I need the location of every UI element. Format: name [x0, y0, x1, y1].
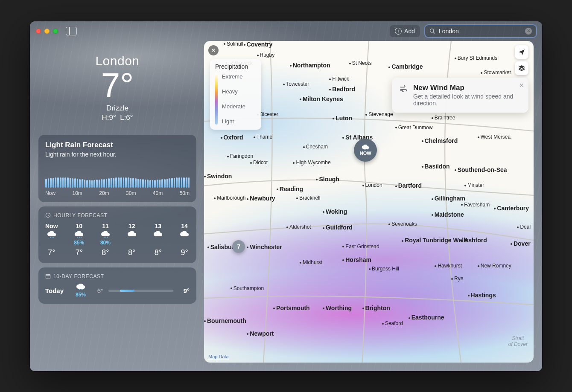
- svg-point-9: [79, 289, 80, 290]
- legend-labels: ExtremeHeavyModerateLight: [222, 73, 245, 125]
- temp-range-bar: [108, 290, 173, 292]
- svg-point-7: [105, 237, 106, 238]
- svg-point-12: [364, 149, 365, 150]
- current-location-pin[interactable]: NOW: [354, 139, 377, 162]
- cloud-rain-icon: [361, 145, 370, 151]
- hourly-forecast-card[interactable]: HOURLY FORECAST Now 7°10 85% 7°11 80% 8°…: [38, 206, 196, 263]
- add-location-button[interactable]: + Add: [390, 25, 420, 37]
- place-label: Rugby: [257, 52, 275, 58]
- place-label: Solihull: [224, 41, 243, 47]
- hour-cell[interactable]: 10 85% 7°: [74, 223, 84, 257]
- weather-window: + Add ✕ London 7° Drizzle H:9° L:6° Ligh: [30, 21, 542, 371]
- place-label: Basildon: [422, 163, 450, 170]
- map-layers-button[interactable]: [515, 61, 528, 75]
- window-close-button[interactable]: [36, 29, 41, 34]
- place-label: Towcester: [283, 81, 309, 87]
- day-low: 6°: [92, 287, 103, 294]
- wind-icon: [399, 84, 408, 107]
- rain-card-subtitle: Light rain for the next hour.: [45, 151, 190, 158]
- place-label: Stevenage: [365, 111, 393, 117]
- place-label: Swindon: [204, 173, 232, 180]
- hour-cell[interactable]: 14 9°: [179, 223, 190, 257]
- place-label: Milton Keynes: [300, 96, 343, 102]
- place-label: Cambridge: [388, 63, 423, 70]
- place-label: Chelmsford: [422, 137, 458, 144]
- place-label: Oxford: [221, 134, 243, 141]
- window-minimize-button[interactable]: [44, 29, 50, 34]
- hour-cell[interactable]: Now 7°: [45, 223, 58, 257]
- hour-cell[interactable]: 13 8°: [153, 223, 163, 257]
- place-label: Deal: [517, 224, 531, 230]
- place-label: Slough: [316, 176, 339, 183]
- titlebar: + Add ✕: [30, 21, 542, 41]
- low-temp: L:6°: [120, 113, 133, 122]
- minute-precip-bars: [45, 166, 190, 188]
- svg-point-11: [82, 289, 83, 290]
- search-clear-button[interactable]: ✕: [525, 28, 532, 35]
- plus-circle-icon: +: [395, 28, 402, 35]
- place-label: Brighton: [362, 305, 390, 311]
- place-label: Bedford: [329, 86, 355, 93]
- rain-card-title: Light Rain Forecast: [45, 141, 190, 149]
- svg-point-4: [79, 237, 80, 238]
- cloud-rain-icon: [76, 284, 86, 290]
- search-field[interactable]: ✕: [425, 25, 536, 37]
- sidebar-toggle-button[interactable]: [66, 27, 77, 35]
- window-zoom-button[interactable]: [53, 29, 58, 34]
- place-label: Reading: [277, 186, 303, 192]
- place-label: Bournemouth: [204, 317, 246, 324]
- place-label: Hawkhurst: [435, 263, 462, 269]
- svg-point-6: [104, 237, 105, 238]
- clock-icon: [45, 212, 51, 218]
- add-label: Add: [404, 28, 415, 35]
- place-label: Southend-on-Sea: [455, 166, 507, 173]
- place-label: Woking: [323, 208, 347, 215]
- place-label: Canterbury: [494, 205, 529, 212]
- place-label: Guildford: [323, 224, 353, 231]
- search-icon: [429, 28, 435, 34]
- legend-color-scale: [215, 73, 218, 125]
- ten-day-forecast-card[interactable]: 10-DAY FORECAST Today 85% 6° 9°: [38, 267, 196, 304]
- place-label: Great Dunmow: [395, 125, 433, 131]
- place-label: Maidstone: [432, 211, 464, 218]
- map-data-link[interactable]: Map Data: [208, 354, 229, 359]
- hour-cell[interactable]: 12 8°: [127, 223, 137, 257]
- hourly-row: Now 7°10 85% 7°11 80% 8°12 8°13 8°14 9°: [45, 223, 190, 257]
- place-label: Stowmarket: [481, 70, 511, 75]
- svg-point-5: [81, 237, 82, 238]
- place-label: Marlborough: [214, 195, 245, 201]
- place-label: Didcot: [250, 160, 268, 166]
- place-label: Eastbourne: [409, 314, 444, 321]
- calendar-icon: [45, 273, 51, 279]
- tooltip-close-button[interactable]: ✕: [519, 82, 524, 89]
- wind-map-tooltip[interactable]: New Wind Map Get a detailed look at wind…: [392, 78, 528, 113]
- place-label: Northampton: [290, 62, 330, 69]
- locate-me-button[interactable]: [515, 45, 528, 59]
- now-pin-label: NOW: [360, 151, 371, 156]
- place-label: West Mersea: [478, 134, 511, 140]
- search-input[interactable]: [439, 28, 522, 35]
- strait-of-dover-label: Straitof Dover: [508, 335, 528, 347]
- other-location-pin[interactable]: 7: [232, 240, 245, 253]
- precipitation-map[interactable]: ✕ Precipitation ExtremeHeavyModerateLigh…: [204, 41, 534, 363]
- layers-icon: [518, 65, 525, 72]
- place-label: Bury St Edmunds: [455, 55, 497, 61]
- current-condition: Drizzle: [38, 104, 196, 113]
- map-close-button[interactable]: ✕: [208, 45, 219, 55]
- place-label: Hastings: [468, 292, 496, 299]
- place-label: Royal Tunbridge Wells: [402, 237, 469, 244]
- hi-lo: H:9° L:6°: [38, 113, 196, 122]
- precipitation-next-hour-card[interactable]: Light Rain Forecast Light rain for the n…: [38, 135, 196, 202]
- svg-point-10: [81, 289, 82, 290]
- tooltip-body: Get a detailed look at wind speed and di…: [413, 93, 522, 107]
- place-label: Braintree: [432, 115, 455, 121]
- svg-point-8: [107, 237, 108, 238]
- svg-point-14: [367, 149, 368, 150]
- place-label: London: [362, 182, 382, 188]
- place-label: Thame: [254, 134, 272, 140]
- hour-cell[interactable]: 11 80% 8°: [100, 223, 111, 257]
- precipitation-legend: Precipitation ExtremeHeavyModerateLight: [210, 59, 261, 130]
- place-label: Horsham: [342, 256, 371, 263]
- day-row-today[interactable]: Today 85% 6° 9°: [45, 279, 190, 298]
- place-label: Faringdon: [227, 153, 253, 159]
